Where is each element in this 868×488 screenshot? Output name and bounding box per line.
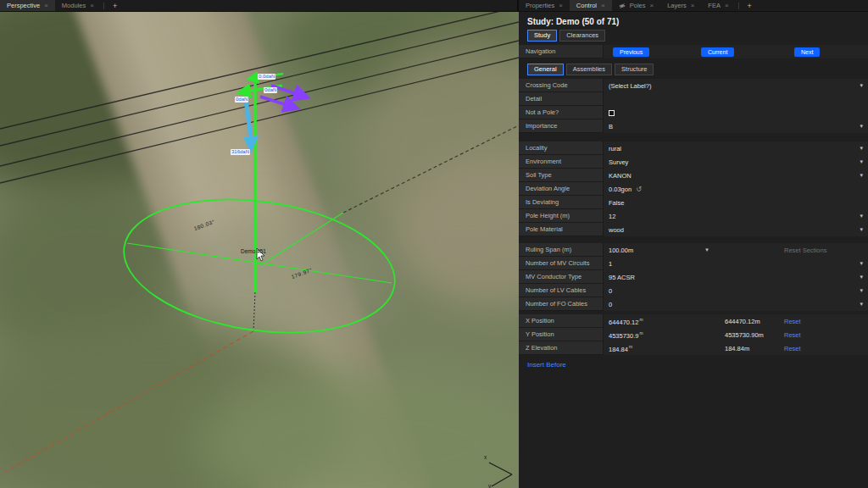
field-value[interactable]: B: [609, 123, 851, 130]
field-label: Number of MV Circuits: [519, 257, 604, 270]
tab-study-clearances[interactable]: Clearances: [559, 30, 605, 42]
field-value[interactable]: 12: [609, 213, 851, 220]
viewport-3d[interactable]: 0.0daN0daN0daN316daN180.03°179.97° Demo …: [0, 12, 519, 488]
poles-visibility-icon[interactable]: [619, 3, 626, 9]
field-row: Deviation Angle0.03gon↺: [519, 182, 868, 196]
next-button[interactable]: Next: [794, 47, 820, 57]
field-row: Number of LV Cables0▾: [519, 284, 868, 297]
chevron-down-icon[interactable]: ▾: [860, 287, 863, 294]
field-value[interactable]: (Select Label?): [609, 82, 851, 90]
field-row: Not a Pole?: [519, 106, 868, 119]
field-label: Pole Height (m): [519, 209, 604, 223]
section-gap: [519, 133, 868, 141]
chevron-down-icon[interactable]: ▾: [860, 260, 863, 267]
tab-close-icon[interactable]: ×: [44, 2, 48, 9]
field-value-text: Survey: [609, 158, 628, 166]
tab-viewport-modules[interactable]: Modules×: [55, 0, 101, 11]
position-label: Z Elevation: [519, 341, 604, 355]
tab-panel-poles[interactable]: Poles×: [612, 0, 660, 11]
tab-separator: [738, 3, 739, 9]
load-label: 0daN: [235, 97, 248, 103]
field-value[interactable]: [609, 110, 851, 116]
power-line-wires: [0, 12, 519, 183]
refresh-icon[interactable]: ↺: [636, 186, 642, 193]
field-value[interactable]: False: [609, 199, 851, 207]
chevron-down-icon[interactable]: ▾: [860, 158, 863, 165]
chevron-down-icon[interactable]: ▾: [860, 145, 863, 152]
tab-close-icon[interactable]: ×: [691, 2, 695, 9]
study-panel: Study: Demo (50 of 71) StudyClearances N…: [519, 12, 868, 488]
navigation-label: Navigation: [519, 45, 604, 58]
tab-panel-fea[interactable]: FEA×: [701, 0, 735, 11]
position-input-value: 4535730.9m: [609, 330, 643, 340]
pole-id-label[interactable]: Demo #51: [241, 248, 266, 254]
current-button[interactable]: Current: [701, 47, 734, 57]
field-value[interactable]: 0: [609, 287, 851, 295]
chevron-down-icon[interactable]: ▾: [860, 301, 863, 308]
load-label: 0daN: [264, 87, 277, 93]
field-value[interactable]: wood: [609, 226, 851, 234]
previous-button[interactable]: Previous: [613, 47, 649, 57]
tab-section-assemblies[interactable]: Assemblies: [566, 64, 612, 75]
position-row: Z Elevation184.84m184.84mReset: [519, 341, 868, 355]
tab-section-general[interactable]: General: [527, 64, 564, 75]
position-input-value: 184.84m: [609, 344, 632, 353]
field-value[interactable]: 0.03gon↺: [609, 186, 851, 193]
load-label: 0.0daN: [258, 74, 275, 80]
tab-add-button[interactable]: +: [742, 0, 758, 11]
chevron-down-icon[interactable]: ▾: [860, 172, 863, 179]
field-row: Pole Height (m)12▾: [519, 209, 868, 223]
tab-panel-layers[interactable]: Layers×: [660, 0, 701, 11]
position-row: Y Position4535730.9m4535730.90mReset: [519, 328, 868, 341]
field-label: Ruling Span (m): [519, 243, 604, 257]
chevron-down-icon[interactable]: ▾: [860, 213, 863, 219]
field-label: Environment: [519, 155, 604, 169]
field-value-text: 1: [609, 260, 612, 268]
chevron-down-icon[interactable]: ▾: [860, 226, 863, 233]
field-value-text: KANON: [609, 172, 632, 180]
tab-label: Poles: [630, 2, 646, 9]
field-label: Number of FO Cables: [519, 297, 604, 311]
position-unit: m: [639, 317, 643, 322]
chevron-down-icon[interactable]: ▾: [705, 247, 709, 253]
tab-close-icon[interactable]: ×: [601, 2, 605, 9]
navigation-row: Navigation Previous Current Next: [519, 45, 868, 58]
field-value-text: 95 ACSR: [609, 274, 635, 281]
reset-button[interactable]: Reset: [784, 331, 801, 339]
field-value[interactable]: rural: [609, 145, 851, 152]
field-value[interactable]: 95 ACSR: [609, 274, 851, 281]
insert-before-link[interactable]: Insert Before: [519, 356, 575, 374]
field-value[interactable]: 100.00m▾: [609, 247, 851, 254]
reset-button[interactable]: Reset: [784, 345, 801, 352]
position-display-value: 644470.12m: [725, 318, 760, 325]
tab-close-icon[interactable]: ×: [90, 2, 94, 9]
panel-tabbar: Properties×Control×Poles×Layers×FEA×+: [519, 0, 868, 12]
reset-button[interactable]: Reset: [784, 318, 801, 325]
tab-study-study[interactable]: Study: [527, 30, 557, 42]
axis-y-label: y: [488, 483, 491, 488]
field-value[interactable]: 1: [609, 260, 851, 268]
field-row: Pole Materialwood▾: [519, 223, 868, 236]
position-unit: m: [629, 344, 632, 349]
position-display-value: 4535730.90m: [725, 331, 764, 339]
chevron-down-icon[interactable]: ▾: [860, 123, 863, 130]
tab-panel-control[interactable]: Control×: [570, 0, 612, 11]
not-a-pole-checkbox[interactable]: [609, 110, 615, 116]
field-value[interactable]: Survey: [609, 158, 851, 166]
tab-add-button[interactable]: +: [107, 0, 123, 11]
tab-section-structure[interactable]: Structure: [615, 64, 654, 75]
chevron-down-icon[interactable]: ▾: [860, 82, 863, 89]
tab-viewport-perspective[interactable]: Perspective×: [0, 0, 55, 11]
tab-close-icon[interactable]: ×: [649, 2, 654, 9]
tab-close-icon[interactable]: ×: [725, 2, 729, 9]
tab-label: Modules: [62, 2, 86, 9]
chevron-down-icon[interactable]: ▾: [860, 274, 863, 280]
field-row: Number of FO Cables0▾: [519, 297, 868, 311]
viewport-pane: Perspective×Modules×+: [0, 0, 519, 488]
position-input-value: 644470.12m: [609, 317, 643, 326]
field-value[interactable]: 0: [609, 301, 851, 308]
field-value[interactable]: KANON: [609, 172, 851, 180]
position-label: Y Position: [519, 328, 604, 341]
tab-panel-properties[interactable]: Properties×: [519, 0, 570, 11]
tab-close-icon[interactable]: ×: [559, 2, 563, 9]
